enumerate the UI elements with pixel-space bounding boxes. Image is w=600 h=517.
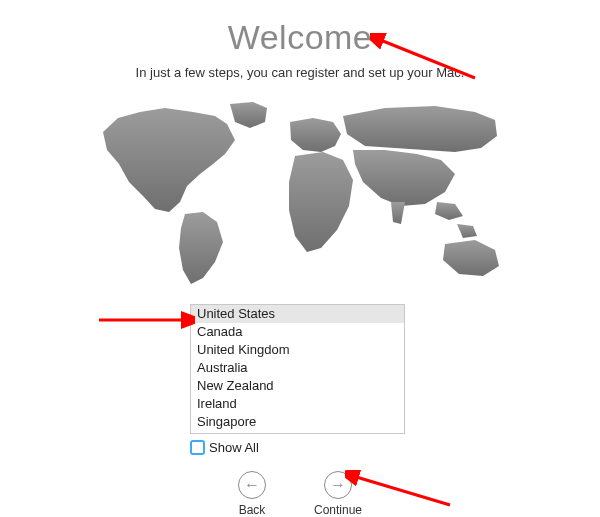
country-list[interactable]: United StatesCanadaUnited KingdomAustral… <box>190 304 405 434</box>
continue-label: Continue <box>314 503 362 517</box>
continue-button[interactable]: → Continue <box>314 471 362 517</box>
page-title: Welcome <box>228 18 373 57</box>
country-item[interactable]: United States <box>191 305 404 323</box>
continue-arrow-icon: → <box>324 471 352 499</box>
show-all-checkbox[interactable] <box>190 440 205 455</box>
country-item[interactable]: Canada <box>191 323 404 341</box>
country-item[interactable]: Ireland <box>191 395 404 413</box>
show-all-row: Show All <box>190 440 405 455</box>
world-map <box>85 94 515 294</box>
page-subtitle: In just a few steps, you can register an… <box>136 65 465 80</box>
country-item[interactable]: Singapore <box>191 413 404 431</box>
setup-screen: Welcome In just a few steps, you can reg… <box>0 0 600 517</box>
show-all-label: Show All <box>209 440 259 455</box>
country-item[interactable]: Australia <box>191 359 404 377</box>
nav-row: ← Back → Continue <box>238 471 362 517</box>
country-item[interactable]: New Zealand <box>191 377 404 395</box>
country-item[interactable]: United Kingdom <box>191 341 404 359</box>
back-label: Back <box>239 503 266 517</box>
back-arrow-icon: ← <box>238 471 266 499</box>
back-button[interactable]: ← Back <box>238 471 266 517</box>
